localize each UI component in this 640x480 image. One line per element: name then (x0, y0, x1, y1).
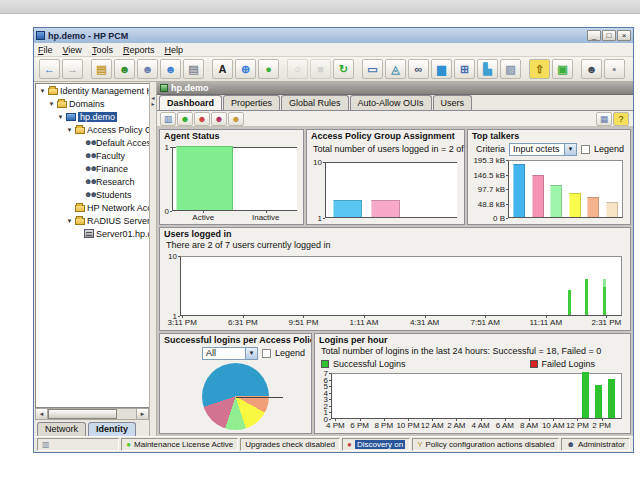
group-filter-select[interactable]: All ▼ (202, 347, 258, 360)
tab-dashboard[interactable]: Dashboard (159, 95, 222, 110)
y-tick-mark (329, 393, 331, 394)
top-talkers-panel: Top talkers Criteria Input octets ▼ Lege… (467, 129, 631, 225)
expander-icon[interactable]: ▼ (48, 101, 55, 107)
x-tick-mark (182, 316, 183, 318)
y-tick-label: 10 (309, 158, 322, 167)
tree-item-label: Identity Management Home (60, 86, 149, 96)
tree-horizontal-scrollbar[interactable]: ◄ ► (35, 408, 149, 420)
tree-item-students[interactable]: Students (36, 188, 149, 201)
tree-item-radius-servers[interactable]: ▼RADIUS Servers (36, 214, 149, 227)
title-bar[interactable]: hp.demo - HP PCM _□× (34, 28, 633, 43)
tree-item-research[interactable]: Research (36, 175, 149, 188)
expander-icon[interactable]: ▼ (66, 218, 73, 224)
user-icon[interactable]: ☻ (137, 59, 158, 79)
x-tick-mark (364, 316, 365, 318)
y-tick-mark (506, 160, 508, 161)
menu-bar: FileViewToolsReportsHelp (34, 43, 633, 57)
find-device-icon[interactable]: ∞ (408, 59, 429, 79)
folder-icon (75, 218, 85, 225)
y-tick-label: 1 (309, 214, 322, 223)
tree-item-access-policy-groups[interactable]: ▼Access Policy Groups (36, 123, 149, 136)
discovery-globe-icon[interactable]: ● (258, 59, 279, 79)
x-tick-mark (303, 316, 304, 318)
menu-tools[interactable]: Tools (92, 45, 113, 55)
tree-item-hp-network-access-control[interactable]: HP Network Access Control (36, 201, 149, 214)
tree-item-faculty[interactable]: Faculty (36, 149, 149, 162)
menu-reports[interactable]: Reports (123, 45, 155, 55)
minimize-button[interactable]: _ (587, 30, 601, 41)
user-remove-icon[interactable]: ☻ (194, 112, 210, 126)
y-tick-mark (178, 256, 180, 257)
access-policy-group-icon[interactable]: ☻ (114, 59, 135, 79)
tree-item-finance[interactable]: Finance (36, 162, 149, 175)
pane-tab-network[interactable]: Network (37, 422, 86, 436)
tab-global-rules[interactable]: Global Rules (281, 95, 349, 110)
group-icon (84, 151, 94, 160)
x-tick-mark (577, 419, 578, 421)
upgrades-check-field: Upgrades check disabled (240, 438, 340, 451)
discovery-field[interactable]: ●Discovery on (342, 438, 410, 451)
menu-help[interactable]: Help (164, 45, 183, 55)
legend-checkbox[interactable] (581, 145, 590, 154)
scrollbar-thumb[interactable] (48, 409, 117, 419)
tab-users[interactable]: Users (433, 95, 473, 110)
pane-tab-identity[interactable]: Identity (88, 422, 136, 436)
tab-properties[interactable]: Properties (223, 95, 280, 110)
expander-icon[interactable]: ▼ (57, 114, 64, 120)
scroll-left-icon[interactable]: ◄ (36, 409, 48, 419)
topology-icon[interactable]: ◬ (385, 59, 406, 79)
chevron-down-icon[interactable]: ▼ (245, 348, 257, 359)
software-update-icon[interactable]: ▣ (552, 59, 573, 79)
forward-icon[interactable]: → (62, 59, 83, 79)
refresh-icon[interactable]: ↻ (333, 59, 354, 79)
menu-view[interactable]: View (63, 45, 82, 55)
identity-home-icon[interactable]: ▤ (91, 59, 112, 79)
group-icon (84, 138, 94, 147)
x-tick-label: 9:51 PM (281, 318, 325, 327)
y-tick-label: 97.7 kB (470, 185, 505, 194)
map-icon[interactable]: A (212, 59, 233, 79)
lock-icon[interactable]: ▪ (604, 59, 625, 79)
expander-icon[interactable]: ▼ (66, 127, 73, 133)
back-icon[interactable]: ← (39, 59, 60, 79)
tree-item-domains[interactable]: ▼Domains (36, 97, 149, 110)
tree-item-server01-hp-demo-192-1[interactable]: Server01.hp.demo(192.1 (36, 227, 149, 240)
preferences-icon[interactable]: ⊕ (235, 59, 256, 79)
tab-auto-allow-ouis[interactable]: Auto-Allow OUIs (350, 95, 432, 110)
tree-item-label: RADIUS Servers (87, 216, 149, 226)
close-button[interactable]: × (617, 30, 631, 41)
software-export-icon[interactable]: ⇧ (529, 59, 550, 79)
criteria-select[interactable]: Input octets ▼ (509, 143, 577, 156)
maximize-button[interactable]: □ (602, 30, 616, 41)
criteria-label: Criteria (476, 144, 505, 154)
help-icon[interactable]: ? (613, 112, 629, 126)
y-tick-label: 48.8 kB (470, 200, 505, 209)
folder-icon (75, 205, 85, 212)
screenshot-icon[interactable]: ▨ (500, 59, 521, 79)
expand-right-icon[interactable]: ► (151, 102, 156, 107)
tile-windows-icon[interactable]: ▦ (596, 112, 612, 126)
traffic-monitor-icon[interactable]: ▆ (431, 59, 452, 79)
user-dashboard-icon[interactable]: ▥ (160, 112, 176, 126)
y-tick-mark (170, 147, 172, 148)
user-add-icon[interactable]: ☻ (177, 112, 193, 126)
user-find-icon[interactable]: ☻ (228, 112, 244, 126)
report-icon[interactable]: ▤ (183, 59, 204, 79)
device-manager-icon[interactable]: ▭ (362, 59, 383, 79)
scroll-right-icon[interactable]: ► (136, 409, 148, 419)
chart-bar (582, 372, 589, 418)
users-icon[interactable]: ☻ (160, 59, 181, 79)
chevron-down-icon[interactable]: ▼ (564, 144, 576, 155)
pane-splitter[interactable]: ◄ ► (150, 82, 157, 436)
network-map-icon[interactable]: ⊞ (454, 59, 475, 79)
tree-item-default-access-policy-gr[interactable]: Default Access Policy Gr (36, 136, 149, 149)
menu-file[interactable]: File (38, 45, 53, 55)
tree-item-hp-demo[interactable]: ▼hp.demo (36, 110, 149, 123)
maintenance-license-field: ●Maintenance License Active (121, 438, 238, 451)
user-profile-icon[interactable]: ☻ (581, 59, 602, 79)
user-block-icon[interactable]: ☻ (211, 112, 227, 126)
expander-icon[interactable]: ▼ (39, 88, 46, 94)
graph-icon[interactable]: ▙ (477, 59, 498, 79)
legend-checkbox[interactable] (262, 349, 271, 358)
tree-item-identity-management-home[interactable]: ▼Identity Management Home (36, 84, 149, 97)
